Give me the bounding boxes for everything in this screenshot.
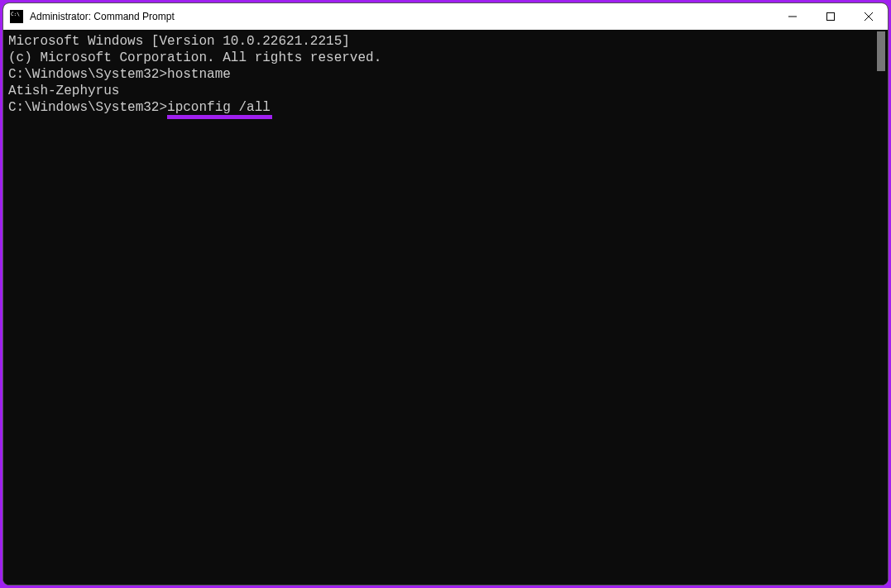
version-line: Microsoft Windows [Version 10.0.22621.22… [8, 33, 869, 50]
prompt-path: C:\Windows\System32> [8, 100, 167, 115]
ipconfig-command: ipconfig /all [167, 99, 271, 116]
hostname-output: Atish-Zephyrus [8, 83, 869, 99]
hostname-command: hostname [167, 67, 231, 82]
terminal-output[interactable]: Microsoft Windows [Version 10.0.22621.22… [3, 30, 874, 585]
prompt-line-2: C:\Windows\System32>ipconfig /all [8, 99, 869, 116]
prompt-line-1: C:\Windows\System32>hostname [8, 66, 869, 83]
copyright-line: (c) Microsoft Corporation. All rights re… [8, 50, 869, 66]
maximize-icon [826, 12, 835, 21]
close-button[interactable] [850, 3, 888, 30]
window-title: Administrator: Command Prompt [30, 11, 774, 22]
minimize-button[interactable] [774, 3, 812, 30]
terminal-wrapper: Microsoft Windows [Version 10.0.22621.22… [3, 30, 888, 585]
vertical-scrollbar[interactable] [874, 30, 888, 585]
scrollbar-thumb[interactable] [877, 31, 885, 71]
prompt-path: C:\Windows\System32> [8, 67, 167, 82]
cmd-icon [10, 10, 23, 23]
minimize-icon [788, 12, 797, 21]
maximize-button[interactable] [812, 3, 850, 30]
titlebar[interactable]: Administrator: Command Prompt [3, 3, 888, 30]
cmd-window: Administrator: Command Prompt Microsoft … [2, 2, 889, 586]
svg-rect-1 [827, 13, 835, 21]
close-icon [865, 12, 873, 21]
window-controls [774, 3, 888, 30]
